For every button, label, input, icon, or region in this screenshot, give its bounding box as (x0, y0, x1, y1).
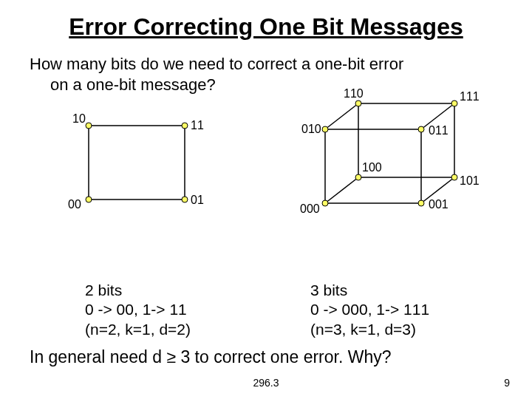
svg-point-21 (322, 126, 328, 132)
footer-page-number: 9 (504, 377, 510, 389)
svg-point-4 (182, 197, 188, 202)
svg-rect-0 (89, 126, 185, 200)
footer-course-number: 296.3 (253, 377, 279, 389)
conclusion-text: In general need d ≥ 3 to correct one err… (30, 347, 392, 367)
svg-point-17 (355, 100, 361, 106)
question-line-1: How many bits do we need to correct a on… (30, 54, 502, 75)
square-label-br: 01 (191, 194, 204, 206)
svg-point-1 (86, 123, 92, 129)
square-label-tl: 10 (72, 112, 86, 125)
caption-right-l1: 3 bits (310, 281, 429, 300)
svg-point-19 (355, 174, 361, 180)
caption-right-l2: 0 -> 000, 1-> 111 (310, 300, 429, 319)
cube-label-front-tl: 010 (301, 123, 321, 135)
cube-label-back-tl: 110 (344, 89, 364, 100)
cube-label-back-bl: 100 (362, 161, 382, 174)
diagram-area: 10 11 00 01 110 111 010 011 100 (0, 96, 532, 259)
caption-right-l3: (n=3, k=1, d=3) (310, 320, 429, 339)
svg-point-2 (182, 123, 188, 129)
caption-left-l2: 0 -> 00, 1-> 11 (85, 300, 191, 319)
svg-point-20 (451, 174, 457, 180)
caption-right: 3 bits 0 -> 000, 1-> 111 (n=3, k=1, d=3) (310, 281, 429, 339)
svg-point-23 (322, 200, 328, 206)
cube-label-front-bl: 000 (300, 202, 320, 215)
caption-left: 2 bits 0 -> 00, 1-> 11 (n=2, k=1, d=2) (85, 281, 191, 339)
cube-label-front-br: 001 (429, 198, 449, 211)
svg-line-13 (325, 103, 358, 129)
caption-left-l1: 2 bits (85, 281, 191, 300)
svg-point-22 (418, 126, 424, 132)
square-label-bl: 00 (68, 198, 81, 211)
cube-diagram: 110 111 010 011 100 101 000 001 (288, 89, 510, 236)
svg-point-3 (86, 197, 92, 202)
square-diagram: 10 11 00 01 (59, 111, 214, 229)
caption-left-l3: (n=2, k=1, d=2) (85, 320, 191, 339)
square-label-tr: 11 (191, 119, 204, 132)
cube-label-back-br: 101 (460, 174, 480, 187)
svg-point-18 (451, 100, 457, 106)
svg-line-15 (325, 177, 358, 203)
cube-label-front-tr: 011 (429, 124, 449, 137)
svg-point-24 (418, 200, 424, 206)
cube-label-back-tr: 111 (460, 90, 480, 103)
slide-title: Error Correcting One Bit Messages (0, 13, 532, 41)
